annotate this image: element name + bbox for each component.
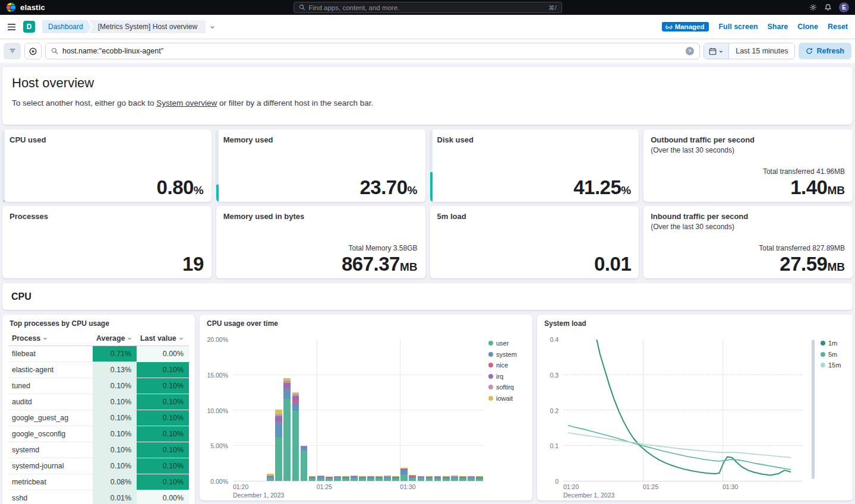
cpu-usage-bar[interactable] [309,476,316,481]
time-range-button[interactable]: Last 15 minutes [729,43,794,59]
space-avatar[interactable]: D [23,21,35,33]
legend-item-nice[interactable]: nice [488,362,526,369]
cpu-usage-bar[interactable] [459,476,466,481]
metric-value: 19 [182,254,204,274]
legend-item-iowait[interactable]: iowait [488,395,526,402]
cpu-usage-bar[interactable] [283,378,291,481]
column-label: Last value [140,334,176,343]
breadcrumb-dashboard[interactable]: Dashboard [42,20,92,33]
last-value-cell: 0.10% [137,394,189,410]
gridline [233,445,484,446]
bottom-panel-row: Top processes by CPU usage ProcessAverag… [2,315,853,504]
cpu-usage-bar[interactable] [443,476,450,481]
last-value-cell: 0.10% [137,442,189,458]
full-screen-button[interactable]: Full screen [718,23,758,31]
metric-value: 23.70% [360,177,418,197]
system-load-lines [563,340,802,481]
legend-item-5m[interactable]: 5m [821,351,847,358]
date-quick-select-button[interactable] [704,43,729,59]
x-axis-tick-label: 01:20 [563,483,614,492]
cpu-usage-bar[interactable] [409,475,416,481]
cpu-usage-bar[interactable] [334,476,341,481]
cpu-usage-bar[interactable] [468,476,475,481]
column-header-last-value[interactable]: Last value [137,331,189,346]
cpu-usage-bar[interactable] [317,476,324,481]
bar-segment-user [400,474,408,481]
column-header-average[interactable]: Average [93,331,137,346]
y-axis-label: 5.00% [210,442,228,449]
x-axis-label: 01:25 [643,483,658,492]
table-row[interactable]: metricbeat0.08%0.10% [8,474,189,490]
table-row[interactable]: tuned0.10%0.10% [8,378,189,394]
legend-label: irq [496,373,503,380]
managed-badge[interactable]: Managed [662,22,709,31]
table-row[interactable]: sshd0.01%0.00% [8,490,189,504]
table-row[interactable]: systemd-journal0.10%0.10% [8,458,189,474]
cpu-usage-bar[interactable] [326,477,333,481]
alerts-bell-icon[interactable] [824,4,832,11]
cpu-usage-bar[interactable] [434,476,441,481]
bar-segment-user [468,478,475,481]
global-search-input[interactable]: Find apps, content, and more. ⌘/ [294,2,562,13]
cpu-usage-bar[interactable] [384,476,391,481]
table-row[interactable]: google_osconfig0.10%0.10% [8,426,189,442]
legend-label: user [496,340,509,347]
column-label: Average [96,334,125,343]
table-row[interactable]: auditd0.10%0.10% [8,394,189,410]
clone-button[interactable]: Clone [797,23,818,31]
legend-item-15m[interactable]: 15m [821,362,847,369]
cpu-usage-bar[interactable] [342,476,349,481]
chevron-down-icon[interactable] [209,24,216,30]
clear-query-icon[interactable]: × [686,47,694,55]
legend-item-user[interactable]: user [488,340,526,347]
bar-segment-user [334,478,341,481]
add-filter-button[interactable] [24,43,42,59]
bar-segment-iowait [275,410,282,414]
cpu-usage-bar[interactable] [292,392,299,481]
description-text: or filter by a different host in the sea… [217,99,373,107]
cpu-usage-bar[interactable] [376,476,383,481]
cpu-usage-bar[interactable] [301,446,308,481]
cpu-usage-bar[interactable] [476,476,483,481]
metric-card: Inbound traffic per second(Over the last… [643,206,853,278]
panel-cpu-usage-over-time: CPU usage over time 0.00%5.00%10.00%15.0… [200,315,532,500]
share-button[interactable]: Share [767,23,788,31]
panel-scrollbar[interactable] [812,340,815,479]
bar-segment-user [392,478,399,481]
cpu-usage-bar[interactable] [351,476,358,481]
reset-button[interactable]: Reset [828,23,848,31]
menu-hamburger-icon[interactable] [7,23,16,31]
cpu-usage-bar[interactable] [400,468,408,481]
legend-item-softirq[interactable]: softirq [488,383,526,391]
table-row[interactable]: google_guest_ag0.10%0.10% [8,410,189,426]
legend-item-irq[interactable]: irq [488,373,526,380]
average-cell: 0.08% [93,474,137,490]
system-overview-link[interactable]: System overview [156,99,217,107]
column-header-process[interactable]: Process [8,331,93,346]
settings-gear-icon[interactable] [809,4,817,11]
metric-value-block: 23.70% [360,177,418,197]
managed-badge-label: Managed [675,23,705,30]
cpu-usage-bar[interactable] [451,476,458,481]
table-row[interactable]: filebeat0.71%0.00% [8,346,189,362]
table-row[interactable]: systemd0.10%0.10% [8,442,189,458]
cpu-usage-bar[interactable] [367,476,374,481]
refresh-button[interactable]: Refresh [799,43,851,59]
legend-item-system[interactable]: system [488,351,526,358]
cpu-usage-bar[interactable] [267,474,274,481]
query-input[interactable]: host.name:"ecobb-linux-agent" × [45,43,700,59]
bar-segment-user [476,478,483,481]
elastic-logo-icon[interactable] [6,2,16,12]
user-avatar[interactable]: E [839,2,849,12]
cpu-usage-bar[interactable] [426,476,433,481]
cpu-usage-bar[interactable] [392,476,399,481]
filter-menu-button[interactable] [4,43,21,59]
cpu-usage-bar[interactable] [359,476,366,481]
legend-item-1m[interactable]: 1m [821,340,847,347]
x-axis: 01:20December 1, 202301:2501:30 [563,481,802,497]
cpu-usage-bar[interactable] [275,410,282,481]
cpu-usage-bar[interactable] [418,476,425,481]
legend-label: system [496,351,517,358]
bar-segment-system [275,422,282,437]
table-row[interactable]: elastic-agent0.13%0.10% [8,362,189,378]
